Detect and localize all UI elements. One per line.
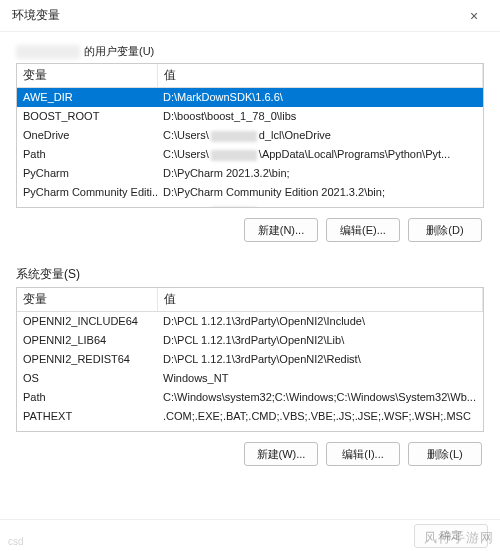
var-name: Path	[17, 145, 157, 164]
csdn-watermark: csd	[8, 536, 24, 547]
system-section-title: 系统变量(S)	[16, 266, 484, 283]
user-buttons-row: 新建(N)... 编辑(E)... 删除(D)	[16, 208, 484, 250]
table-row[interactable]: OneDriveC:\Users\d_lcl\OneDrive	[17, 126, 483, 145]
system-vars-table-wrap[interactable]: 变量 值 OPENNI2_INCLUDE64D:\PCL 1.12.1\3rdP…	[16, 287, 484, 432]
window-title: 环境变量	[12, 7, 460, 24]
user-vars-table-wrap[interactable]: 变量 值 AWE_DIRD:\MarkDownSDK\1.6.6\BOOST_R…	[16, 63, 484, 208]
var-value: D:\PyCharm Community Edition 2021.3.2\bi…	[157, 183, 483, 202]
table-row[interactable]: PATHEXT.COM;.EXE;.BAT;.CMD;.VBS;.VBE;.JS…	[17, 407, 483, 426]
user-new-button[interactable]: 新建(N)...	[244, 218, 318, 242]
path-blurred	[211, 131, 257, 142]
var-value: D:\PyCharm 2021.3.2\bin;	[157, 164, 483, 183]
user-vars-table: 变量 值 AWE_DIRD:\MarkDownSDK\1.6.6\BOOST_R…	[17, 64, 483, 208]
var-name: OPENNI2_INCLUDE64	[17, 312, 157, 332]
var-name: AWE_DIR	[17, 88, 157, 108]
table-row[interactable]: AWE_DIRD:\MarkDownSDK\1.6.6\	[17, 88, 483, 108]
system-vars-table: 变量 值 OPENNI2_INCLUDE64D:\PCL 1.12.1\3rdP…	[17, 288, 483, 432]
sys-new-button[interactable]: 新建(W)...	[244, 442, 318, 466]
col-value[interactable]: 值	[157, 64, 483, 88]
var-name: BOOST_ROOT	[17, 107, 157, 126]
user-delete-button[interactable]: 删除(D)	[408, 218, 482, 242]
username-blurred	[16, 45, 80, 59]
var-value: Windows_NT	[157, 369, 483, 388]
path-blurred	[211, 150, 257, 161]
var-name: OneDrive	[17, 126, 157, 145]
table-row[interactable]: PyCharmD:\PyCharm 2021.3.2\bin;	[17, 164, 483, 183]
var-value: D:\PCL 1.12.1\3rdParty\OpenNI2\Redist\	[157, 350, 483, 369]
system-vars-section: 系统变量(S) 变量 值 OPENNI2_INCLUDE64D:\PCL 1.1…	[0, 254, 500, 478]
var-name: OPENNI2_REDIST64	[17, 350, 157, 369]
table-row[interactable]: OSWindows_NT	[17, 369, 483, 388]
table-row[interactable]: PathC:\Windows\system32;C:\Windows;C:\Wi…	[17, 388, 483, 407]
table-row[interactable]: BOOST_ROOTD:\boost\boost_1_78_0\libs	[17, 107, 483, 126]
close-icon[interactable]: ×	[460, 8, 488, 24]
col-name[interactable]: 变量	[17, 64, 157, 88]
table-row[interactable]: OPENNI2_REDIST64D:\PCL 1.12.1\3rdParty\O…	[17, 350, 483, 369]
dialog-footer: 确定	[0, 519, 500, 551]
var-value: D:\MarkDownSDK\1.6.6\	[157, 88, 483, 108]
titlebar: 环境变量 ×	[0, 0, 500, 32]
table-row[interactable]: OPENNI2_LIB64D:\PCL 1.12.1\3rdParty\Open…	[17, 331, 483, 350]
sys-delete-button[interactable]: 删除(L)	[408, 442, 482, 466]
table-row[interactable]: PyCharm Community Editi...D:\PyCharm Com…	[17, 183, 483, 202]
sys-edit-button[interactable]: 编辑(I)...	[326, 442, 400, 466]
col-value[interactable]: 值	[157, 288, 483, 312]
user-section-title: 的用户变量(U)	[16, 44, 484, 59]
var-value: D:\PCL 1.12.1\3rdParty\OpenNI2\Lib\	[157, 331, 483, 350]
var-name: PyCharm	[17, 164, 157, 183]
var-value: C:\Users\\AppData\Local\Programs\Python\…	[157, 145, 483, 164]
var-name: Path	[17, 388, 157, 407]
var-name: PATHEXT	[17, 407, 157, 426]
system-buttons-row: 新建(W)... 编辑(I)... 删除(L)	[16, 432, 484, 474]
ok-button[interactable]: 确定	[414, 524, 488, 548]
col-name[interactable]: 变量	[17, 288, 157, 312]
var-name: OPENNI2_LIB64	[17, 331, 157, 350]
var-name: PyCharm Community Editi...	[17, 183, 157, 202]
user-vars-section: 的用户变量(U) 变量 值 AWE_DIRD:\MarkDownSDK\1.6.…	[0, 32, 500, 254]
var-value: C:\Windows\system32;C:\Windows;C:\Window…	[157, 388, 483, 407]
var-value: D:\PCL 1.12.1\3rdParty\OpenNI2\Include\	[157, 312, 483, 332]
user-edit-button[interactable]: 编辑(E)...	[326, 218, 400, 242]
var-value: C:\Users\d_lcl\OneDrive	[157, 126, 483, 145]
table-row[interactable]: OPENNI2_INCLUDE64D:\PCL 1.12.1\3rdParty\…	[17, 312, 483, 332]
var-name: OS	[17, 369, 157, 388]
var-value: D:\boost\boost_1_78_0\libs	[157, 107, 483, 126]
table-row[interactable]: PathC:\Users\\AppData\Local\Programs\Pyt…	[17, 145, 483, 164]
var-value: .COM;.EXE;.BAT;.CMD;.VBS;.VBE;.JS;.JSE;.…	[157, 407, 483, 426]
